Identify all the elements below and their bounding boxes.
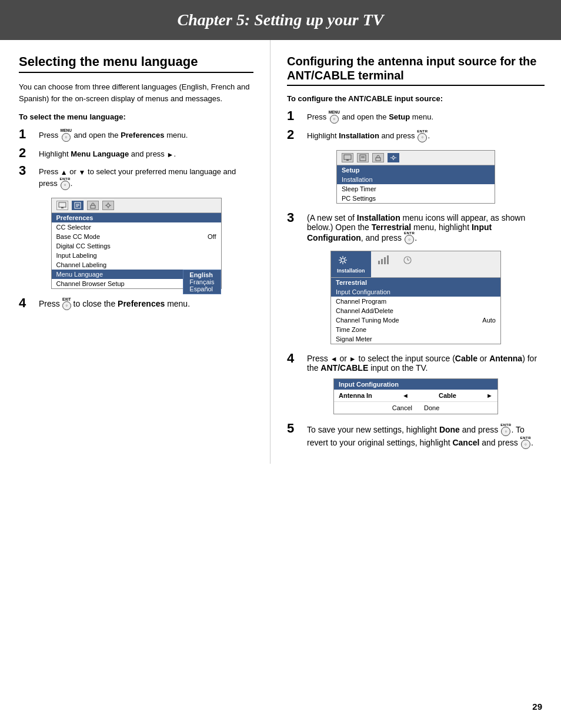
right-step-3: 3 (A new set of Installation menu icons …	[287, 211, 545, 245]
right-steps-1-2: 1 Press MENU ○ and open the Setup menu. …	[287, 109, 545, 143]
install-icon-clock	[396, 251, 419, 277]
arrow-left-sym: ◄	[402, 392, 409, 399]
svg-rect-33	[381, 259, 383, 264]
right-step-5-text: To save your new settings, highlight Don…	[307, 421, 545, 450]
step5-entr-key-2: ENTR ○	[520, 436, 531, 449]
pref-row-cc-selector: CC Selector	[52, 222, 221, 232]
done-button-label: Done	[424, 404, 439, 411]
menu-key-icon: MENU ○	[61, 129, 72, 142]
content-area: Selecting the menu language You can choo…	[0, 40, 561, 464]
install-row-signal-meter: Signal Meter	[331, 334, 500, 344]
setup-icon-note	[357, 153, 369, 162]
input-config-screen: Input Configuration Antenna In ◄ Cable ►…	[333, 378, 498, 414]
svg-line-31	[340, 261, 342, 263]
install-terrestrial-title: Terrestrial	[331, 278, 500, 287]
right-entr-key: ENTR ○	[417, 129, 428, 142]
setup-row-installation: Installation	[337, 175, 495, 184]
step-1: 1 Press MENU ○ and open the Preferences …	[19, 127, 253, 142]
chapter-title: Chapter 5: Setting up your TV	[0, 11, 561, 29]
installation-screen: Installation Terrestrial Input Configura…	[330, 251, 501, 344]
right-step-4-num: 4	[287, 351, 303, 365]
svg-rect-17	[376, 158, 380, 161]
setup-screen: Setup Installation Sleep Timer PC Settin…	[336, 150, 495, 204]
page-number: 29	[532, 702, 542, 712]
left-column: Selecting the menu language You can choo…	[0, 40, 271, 464]
step-4-text: Press EXIT ○ to close the Preferences me…	[39, 296, 253, 311]
cable-value: Cable	[439, 392, 456, 399]
icon-settings	[102, 201, 114, 210]
right-step-1-text: Press MENU ○ and open the Setup menu.	[307, 109, 545, 124]
left-subtitle: To select the menu language:	[19, 112, 253, 121]
setup-icon-lock	[372, 153, 384, 162]
input-config-buttons: Cancel Done	[334, 402, 497, 414]
pref-row-input-labeling: Input Labeling	[52, 251, 221, 260]
right-step-5: 5 To save your new settings, highlight D…	[287, 421, 545, 450]
svg-rect-32	[378, 261, 380, 264]
setup-row-sleep: Sleep Timer	[337, 184, 495, 194]
pref-row-menu-language-wrap: Menu LanguageEnglish English Français Es…	[52, 270, 221, 279]
exit-key-icon: EXIT ○	[62, 298, 71, 311]
language-popup: English Français Español	[183, 270, 221, 294]
cancel-button-label: Cancel	[392, 404, 412, 411]
right-step-2: 2 Highlight Installation and press ENTR …	[287, 128, 545, 143]
pref-row-base-cc: Base CC ModeOff	[52, 232, 221, 241]
svg-line-29	[345, 261, 346, 263]
right-section-title: Configuring the antenna input source for…	[287, 54, 545, 86]
svg-rect-34	[384, 257, 386, 264]
right-step-2-text: Highlight Installation and press ENTR ○ …	[307, 128, 545, 143]
step-3-text: Press ▲ or ▼ to select your preferred me…	[39, 164, 253, 191]
setup-icon-gear	[388, 153, 399, 162]
setup-top-bar	[337, 151, 495, 165]
step-2-num: 2	[19, 146, 35, 160]
screen-top-bar	[52, 198, 221, 213]
setup-icon-tv	[342, 153, 353, 162]
right-step-3-num: 3	[287, 211, 303, 225]
install-row-channel-program: Channel Program	[331, 297, 500, 306]
install-row-channel-add: Channel Add/Delete	[331, 306, 500, 315]
right-step-3-text: (A new set of Installation menu icons wi…	[307, 211, 545, 245]
pref-menu-title: Preferences	[52, 213, 221, 222]
install-content: Terrestrial Input Configuration Channel …	[331, 278, 500, 344]
right-column: Configuring the antenna input source for…	[271, 40, 561, 464]
step-1-num: 1	[19, 127, 35, 141]
step-1-text: Press MENU ○ and open the Preferences me…	[39, 127, 253, 142]
right-step-5-num: 5	[287, 421, 303, 436]
step5-entr-key-1: ENTR ○	[500, 423, 511, 436]
right-step-1: 1 Press MENU ○ and open the Setup menu.	[287, 109, 545, 124]
setup-row-pc: PC Settings	[337, 194, 495, 203]
install-row-input-config: Input Configuration	[331, 287, 500, 297]
install-menu-list: Terrestrial Input Configuration Channel …	[331, 278, 500, 344]
step3-entr-key: ENTR ○	[404, 231, 415, 244]
svg-point-7	[106, 204, 109, 207]
right-step-1-num: 1	[287, 109, 303, 123]
step-3: 3 Press ▲ or ▼ to select your preferred …	[19, 164, 253, 191]
install-gear-icon: Installation	[331, 251, 371, 277]
step-3-num: 3	[19, 164, 35, 178]
svg-rect-6	[91, 205, 95, 208]
right-step-4: 4 Press ◄ or ► to select the input sourc…	[287, 351, 545, 373]
left-intro: You can choose from three different lang…	[19, 81, 253, 104]
install-row-tuning-mode: Channel Tuning ModeAuto	[331, 315, 500, 325]
pref-row-digital-cc: Digital CC Settings	[52, 241, 221, 251]
arrow-right-sym: ►	[486, 392, 493, 399]
step-2-text: Highlight Menu Language and press ►.	[39, 146, 253, 160]
svg-rect-35	[387, 255, 389, 264]
svg-point-18	[392, 157, 395, 159]
icon-lock	[87, 201, 99, 210]
icon-tv	[56, 201, 68, 210]
setup-title: Setup	[337, 165, 495, 175]
step-4-num: 4	[19, 296, 35, 310]
left-section-title: Selecting the menu language	[19, 54, 253, 73]
right-step-4-text: Press ◄ or ► to select the input source …	[307, 351, 545, 373]
lang-english: English	[189, 271, 214, 278]
svg-line-28	[340, 257, 342, 259]
svg-rect-13	[346, 159, 349, 161]
svg-rect-12	[344, 155, 351, 159]
input-config-antenna-row: Antenna In ◄ Cable ►	[334, 390, 497, 402]
svg-rect-1	[61, 207, 64, 208]
svg-rect-0	[59, 202, 66, 207]
install-icon-signal	[371, 251, 396, 277]
page-header: Chapter 5: Setting up your TV	[0, 0, 561, 40]
right-menu-key: MENU ○	[329, 111, 340, 124]
install-top-bar: Installation	[331, 251, 500, 278]
